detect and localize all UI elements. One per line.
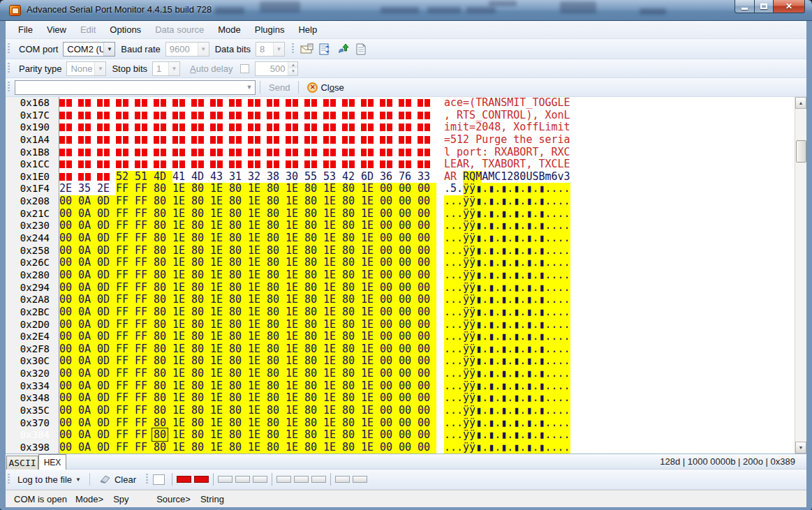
hex-byte[interactable]: 1E xyxy=(323,306,342,319)
hex-byte[interactable]: 80 xyxy=(154,195,172,208)
hex-byte[interactable]: 00 xyxy=(399,232,418,245)
hex-byte[interactable]: 00 xyxy=(418,368,436,380)
hex-byte[interactable]: 0A xyxy=(78,220,97,232)
maximize-button[interactable] xyxy=(755,0,774,13)
hex-byte[interactable]: 80 xyxy=(342,306,361,319)
ascii-text[interactable]: ...ÿÿ▮.▮.▮.▮.▮.▮.... xyxy=(444,417,570,430)
hex-byte[interactable]: 0A xyxy=(78,392,97,405)
hex-byte[interactable]: 1E xyxy=(172,355,191,368)
hex-byte[interactable]: 0A xyxy=(78,306,97,319)
hex-byte[interactable]: 80 xyxy=(229,282,248,294)
ascii-text[interactable]: l port: RXABORT, RXC xyxy=(444,147,570,159)
hex-byte[interactable]: 80 xyxy=(342,343,361,356)
ascii-text[interactable]: ...ÿÿ▮.▮.▮.▮.▮.▮.... xyxy=(444,429,570,442)
data-format-button[interactable] xyxy=(316,41,333,57)
hex-byte[interactable]: 00 xyxy=(380,355,399,368)
hex-byte[interactable]: 80 xyxy=(229,306,248,319)
hex-byte-block[interactable] xyxy=(304,147,323,160)
hex-byte[interactable]: 80 xyxy=(191,257,210,269)
hex-byte[interactable]: 00 xyxy=(59,220,78,232)
hex-row[interactable]: 0x320000A0DFFFF801E801E801E801E801E801E0… xyxy=(6,368,795,380)
hex-byte[interactable]: 0D xyxy=(97,282,116,294)
hex-byte[interactable]: 0A xyxy=(78,429,97,442)
hex-byte[interactable]: 1E xyxy=(323,220,342,232)
hex-byte[interactable]: 80 xyxy=(304,405,323,417)
hex-byte[interactable]: 80 xyxy=(154,405,172,417)
hex-byte[interactable]: FF xyxy=(116,442,135,453)
hex-byte[interactable]: 80 xyxy=(267,282,286,294)
hex-byte[interactable]: 1E xyxy=(286,343,304,356)
hex-byte[interactable]: 00 xyxy=(418,282,436,294)
ascii-text[interactable]: ...ÿÿ▮.▮.▮.▮.▮.▮.... xyxy=(444,343,570,356)
hex-byte[interactable]: 0D xyxy=(97,294,116,306)
hex-byte[interactable]: 2E xyxy=(59,183,78,195)
hex-byte[interactable]: 1E xyxy=(286,368,304,380)
log-to-file-button[interactable]: Log to the file ▼ xyxy=(13,474,85,485)
toolbar-grip[interactable] xyxy=(8,63,10,74)
hex-byte[interactable]: 00 xyxy=(59,380,78,393)
hex-byte-block[interactable] xyxy=(229,121,248,135)
hex-byte[interactable]: 80 xyxy=(154,245,172,257)
hex-byte[interactable]: 1E xyxy=(210,220,229,232)
hex-byte[interactable]: 00 xyxy=(399,319,418,331)
hex-byte[interactable]: 1E xyxy=(286,220,304,232)
hex-row[interactable]: 0x348000A0DFFFF801E801E801E801E801E801E0… xyxy=(6,392,795,405)
hex-row[interactable]: 0x294000A0DFFFF801E801E801E801E801E801E0… xyxy=(6,282,795,294)
hex-byte[interactable]: FF xyxy=(135,282,154,294)
hex-byte[interactable]: 00 xyxy=(59,294,78,306)
hex-byte-block[interactable] xyxy=(116,110,135,123)
hex-byte[interactable]: 0D xyxy=(97,380,116,393)
hex-byte[interactable]: 00 xyxy=(380,306,399,319)
hex-byte[interactable]: 0D xyxy=(97,355,116,368)
hex-byte-block[interactable] xyxy=(229,134,248,147)
hex-byte[interactable]: 00 xyxy=(399,417,418,430)
hex-byte-block[interactable] xyxy=(380,147,399,160)
hex-byte[interactable]: 1E xyxy=(361,282,380,294)
hex-byte[interactable]: 80 xyxy=(191,282,210,294)
hex-byte[interactable]: 00 xyxy=(418,355,436,368)
hex-byte[interactable]: 1E xyxy=(210,442,229,453)
hex-byte[interactable]: 1E xyxy=(172,282,191,294)
hex-byte[interactable]: 00 xyxy=(59,343,78,356)
hex-byte[interactable]: FF xyxy=(116,405,135,417)
hex-byte[interactable]: 0A xyxy=(78,208,97,220)
hex-byte[interactable]: 80 xyxy=(304,257,323,269)
hex-byte[interactable]: 55 xyxy=(304,171,323,183)
hex-byte[interactable]: 1E xyxy=(361,232,380,245)
hex-byte[interactable]: 00 xyxy=(380,220,399,232)
hex-byte-block[interactable] xyxy=(361,110,380,123)
hex-byte[interactable]: 4D xyxy=(154,171,172,183)
hex-byte[interactable]: 1E xyxy=(361,417,380,430)
ascii-text[interactable]: AR xyxy=(444,171,463,183)
hex-byte[interactable]: 1E xyxy=(172,208,191,220)
hex-byte-block[interactable] xyxy=(418,147,436,160)
hex-byte[interactable]: 00 xyxy=(399,195,418,208)
hex-byte[interactable]: FF xyxy=(135,245,154,257)
hex-byte[interactable]: 80 xyxy=(191,442,210,453)
hex-byte[interactable]: 1E xyxy=(210,306,229,319)
hex-row[interactable]: 0x1F42E352EFFFF801E801E801E801E801E801E0… xyxy=(6,183,795,195)
hex-byte[interactable]: 00 xyxy=(399,183,418,195)
hex-byte[interactable]: 80 xyxy=(154,331,172,343)
hex-row[interactable]: 0x384000A0DFFFF801E801E801E801E801E801E0… xyxy=(6,429,795,442)
hex-byte[interactable]: 00 xyxy=(380,245,399,257)
hex-byte[interactable]: 80 xyxy=(304,355,323,368)
hex-byte-block[interactable] xyxy=(59,110,78,123)
hex-byte[interactable]: FF xyxy=(116,331,135,343)
toolbar-grip[interactable] xyxy=(8,43,10,54)
hex-byte[interactable]: 1E xyxy=(210,294,229,306)
hex-byte[interactable]: 1E xyxy=(172,183,191,195)
ascii-text[interactable]: ...ÿÿ▮.▮.▮.▮.▮.▮.... xyxy=(444,392,570,405)
hex-byte[interactable]: 80 xyxy=(154,319,172,331)
hex-byte[interactable]: 00 xyxy=(399,380,418,393)
hex-byte[interactable]: 80 xyxy=(342,405,361,417)
hex-byte[interactable]: 1E xyxy=(210,183,229,195)
hex-byte-block[interactable] xyxy=(304,97,323,110)
hex-byte[interactable]: 1E xyxy=(323,417,342,430)
hex-byte[interactable]: 1E xyxy=(172,331,191,343)
hex-byte[interactable]: 0D xyxy=(97,208,116,220)
hex-byte[interactable]: 1E xyxy=(361,380,380,393)
hex-byte[interactable]: 36 xyxy=(380,171,399,183)
hex-byte-block[interactable] xyxy=(267,147,286,160)
hex-byte[interactable]: 80 xyxy=(267,245,286,257)
